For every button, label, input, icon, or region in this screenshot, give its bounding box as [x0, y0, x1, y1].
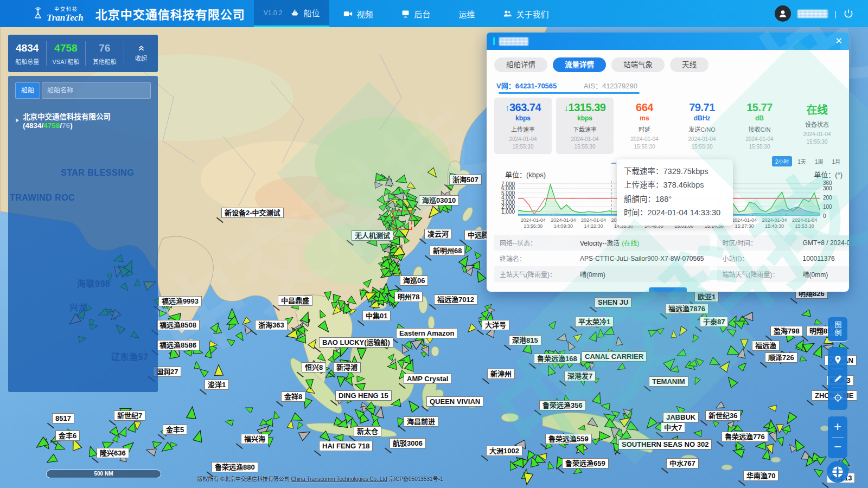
ship-marker[interactable]: [812, 466, 823, 477]
ship-label[interactable]: 华南渔70: [743, 471, 778, 481]
ship-marker[interactable]: [725, 326, 736, 336]
ship-marker[interactable]: [363, 277, 373, 288]
ship-marker[interactable]: [768, 404, 776, 412]
ship-marker[interactable]: [425, 206, 439, 221]
ship-marker[interactable]: [692, 377, 700, 386]
ship-label[interactable]: 新世纪7: [114, 410, 145, 421]
ship-label[interactable]: 无人机测试: [352, 230, 393, 241]
ship-label[interactable]: 金祥8: [281, 391, 305, 402]
brand-logo[interactable]: 中交科技 TranTech: [31, 5, 84, 22]
range-1月[interactable]: 1月: [828, 156, 844, 166]
ship-label[interactable]: 中集01: [362, 311, 391, 321]
ship-marker[interactable]: [599, 432, 611, 441]
ship-marker[interactable]: [225, 337, 235, 346]
ship-label[interactable]: 中大7: [661, 422, 685, 433]
ship-marker[interactable]: [159, 310, 167, 317]
ship-label[interactable]: 大洲1002: [486, 446, 522, 456]
ship-label[interactable]: 盈海798: [770, 326, 803, 336]
ship-label[interactable]: 福远渔8586: [156, 340, 200, 350]
ship-marker[interactable]: [801, 310, 810, 318]
tab-站端气象[interactable]: 站端气象: [611, 57, 665, 72]
ship-marker[interactable]: [225, 418, 233, 426]
ship-label[interactable]: 欧亚1: [694, 292, 719, 302]
ship-label[interactable]: 福远渔9993: [158, 296, 202, 306]
ship-marker[interactable]: [787, 442, 797, 452]
ship-marker[interactable]: [565, 339, 575, 350]
ship-label[interactable]: CANAL CARRIER: [582, 351, 647, 362]
ship-marker[interactable]: [601, 402, 610, 410]
ship-label[interactable]: 福远渔7012: [434, 294, 477, 305]
ship-marker[interactable]: [193, 361, 200, 369]
ship-marker[interactable]: [556, 333, 567, 343]
ship-label[interactable]: 金丰6: [55, 431, 80, 441]
ship-label[interactable]: 福远渔7876: [665, 304, 709, 314]
ship-marker[interactable]: [354, 381, 366, 391]
ship-marker[interactable]: [391, 399, 401, 408]
ship-label[interactable]: 福远渔: [752, 341, 780, 351]
zoom-in-button[interactable]: +: [828, 418, 847, 437]
ship-marker[interactable]: [675, 349, 686, 359]
ship-label[interactable]: QUEEN VIVIAN: [426, 396, 483, 407]
ship-marker[interactable]: [720, 359, 733, 373]
close-icon[interactable]: ✕: [835, 37, 843, 46]
ship-marker[interactable]: [725, 375, 738, 388]
ship-marker[interactable]: [187, 406, 197, 419]
ship-marker[interactable]: [357, 376, 365, 382]
ship-label[interactable]: 海巡03010: [419, 195, 459, 206]
ship-marker[interactable]: [375, 182, 383, 189]
center-position-button[interactable]: [828, 388, 847, 407]
ship-marker[interactable]: [240, 317, 251, 326]
ship-marker[interactable]: [783, 413, 796, 426]
search-type-button[interactable]: 船舶: [15, 82, 40, 99]
tab-船舶详情[interactable]: 船舶详情: [494, 57, 547, 72]
ship-marker[interactable]: [671, 330, 677, 338]
ship-label[interactable]: 浙海507: [449, 175, 482, 185]
basemap-switch-button[interactable]: [827, 461, 848, 483]
ship-label[interactable]: 福兴海: [241, 434, 269, 444]
ship-marker[interactable]: [258, 419, 267, 428]
ship-label[interactable]: 顺泽726: [765, 352, 797, 363]
ship-label[interactable]: 鲁荣远渔776: [722, 432, 768, 442]
ship-marker[interactable]: [356, 348, 366, 359]
ship-label[interactable]: SHEN JU: [595, 297, 631, 307]
ship-label[interactable]: 新明州68: [430, 246, 465, 256]
ship-marker[interactable]: [597, 329, 604, 337]
ship-label[interactable]: 鲁荣远渔356: [539, 400, 586, 410]
ship-label[interactable]: 海巡06: [400, 275, 428, 286]
ship-marker[interactable]: [474, 269, 486, 282]
ship-marker[interactable]: [738, 361, 749, 371]
ship-label[interactable]: TEMANIM: [649, 376, 688, 387]
ship-label[interactable]: 新设备2-中交测试: [221, 208, 284, 218]
ship-marker[interactable]: [86, 445, 97, 457]
ship-label[interactable]: HAI FENG 718: [319, 441, 373, 451]
ship-label[interactable]: 新太仓: [354, 426, 381, 436]
nav-item-船位[interactable]: V1.0.2船位: [254, 0, 330, 27]
tree-expand-icon[interactable]: [16, 118, 19, 123]
ship-marker[interactable]: [244, 405, 253, 413]
ship-marker[interactable]: [643, 417, 658, 431]
ship-label[interactable]: Eastern Amazon: [396, 328, 457, 338]
ship-marker[interactable]: [816, 454, 828, 465]
copyright-link[interactable]: China Transcomm Technologies Co.,Ltd: [291, 476, 387, 482]
ship-label[interactable]: 新世纪36: [705, 410, 741, 421]
ship-marker[interactable]: [573, 331, 584, 342]
ship-marker[interactable]: [45, 454, 58, 466]
ship-label[interactable]: 鲁荣远渔168: [534, 354, 580, 364]
nav-item-后台[interactable]: 后台: [387, 0, 444, 27]
ship-marker[interactable]: [272, 410, 280, 419]
ship-marker[interactable]: [676, 326, 687, 337]
track-button[interactable]: 轨迹: [649, 287, 687, 292]
ship-label[interactable]: 浙海363: [255, 320, 288, 330]
ship-marker[interactable]: [385, 176, 393, 185]
nav-item-关于我们[interactable]: 关于我们: [489, 0, 563, 27]
ship-marker[interactable]: [737, 348, 747, 358]
ship-marker[interactable]: [395, 175, 407, 186]
ship-marker[interactable]: [714, 402, 724, 412]
ship-marker[interactable]: [488, 307, 495, 313]
ship-label[interactable]: 深港发7: [564, 371, 596, 381]
ship-marker[interactable]: [465, 324, 476, 335]
ship-marker[interactable]: [193, 429, 205, 442]
ship-marker[interactable]: [306, 386, 316, 396]
ship-label[interactable]: 大洋号: [482, 320, 509, 330]
ship-marker[interactable]: [741, 339, 748, 348]
